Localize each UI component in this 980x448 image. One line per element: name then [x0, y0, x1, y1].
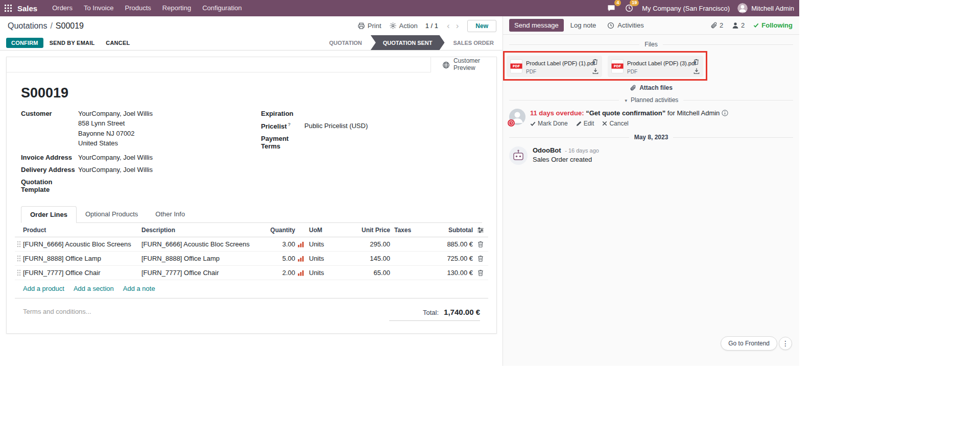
chatter-pane: Send message Log note Activities 2 2 [503, 16, 799, 366]
notebook-tabs: Order Lines Optional Products Other Info [21, 206, 482, 223]
log-note-button[interactable]: Log note [566, 19, 601, 32]
nav-to-invoice[interactable]: To Invoice [78, 0, 119, 16]
tab-optional-products[interactable]: Optional Products [77, 206, 147, 222]
send-by-email-button[interactable]: SEND BY EMAIL [44, 38, 100, 48]
company-switcher[interactable]: My Company (San Francisco) [642, 5, 730, 12]
go-to-frontend-button[interactable]: Go to Frontend [721, 336, 777, 351]
pricelist-field[interactable]: Public Pricelist (USD) [304, 122, 368, 130]
attach-files-button[interactable]: Attach files [503, 84, 799, 91]
col-product[interactable]: Product [23, 227, 141, 234]
order-line-row[interactable]: [FURN_8888] Office Lamp [FURN_8888] Offi… [15, 252, 488, 266]
forecast-chart-icon[interactable] [295, 256, 306, 262]
forecast-chart-icon[interactable] [295, 241, 306, 247]
status-quotation-sent[interactable]: QUOTATION SENT [371, 35, 445, 50]
svg-text:PDF: PDF [614, 64, 622, 68]
total-block: Total: 1,740.00 € [389, 308, 480, 321]
tab-order-lines[interactable]: Order Lines [21, 206, 77, 223]
delivery-address-field[interactable]: YourCompany, Joel Willis [78, 166, 153, 173]
status-sales-order[interactable]: SALES ORDER [445, 35, 503, 50]
mark-done-button[interactable]: Mark Done [530, 120, 568, 127]
paperclip-icon [710, 22, 718, 29]
message-timestamp: - 16 days ago [565, 147, 599, 154]
print-button[interactable]: Print [357, 22, 381, 30]
order-line-uom: Units [306, 255, 347, 262]
add-section-link[interactable]: Add a section [74, 285, 114, 292]
order-line-row[interactable]: [FURN_6666] Acoustic Bloc Screens [FURN_… [15, 237, 488, 252]
order-line-row[interactable]: [FURN_7777] Office Chair [FURN_7777] Off… [15, 266, 488, 280]
add-product-link[interactable]: Add a product [23, 285, 64, 292]
quotation-title[interactable]: S00019 [21, 85, 482, 101]
col-taxes[interactable]: Taxes [390, 227, 419, 234]
delete-attachment-icon[interactable] [592, 59, 599, 65]
col-uom[interactable]: UoM [306, 227, 347, 234]
app-name[interactable]: Sales [17, 4, 37, 13]
nav-products[interactable]: Products [119, 0, 156, 16]
person-icon [732, 22, 739, 29]
pdf-file-icon: PDF [510, 59, 522, 73]
cancel-button[interactable]: CANCEL [101, 38, 135, 48]
confirm-button[interactable]: CONFIRM [6, 38, 43, 48]
column-settings-icon[interactable] [473, 227, 488, 234]
tab-other-info[interactable]: Other Info [147, 206, 194, 222]
message-body: Sales Order created [533, 156, 599, 163]
col-unit-price[interactable]: Unit Price [347, 227, 390, 234]
payment-terms-label: Payment Terms [261, 135, 304, 150]
order-line-quantity: 3.00 [261, 240, 295, 248]
nav-orders[interactable]: Orders [46, 0, 78, 16]
status-quotation[interactable]: QUOTATION [320, 35, 370, 50]
col-quantity[interactable]: Quantity [261, 227, 295, 234]
breadcrumb-quotations[interactable]: Quotations [8, 21, 47, 30]
pager-prev-icon[interactable]: ‹ [446, 21, 451, 30]
delete-line-icon[interactable] [473, 241, 488, 247]
following-button[interactable]: Following [753, 21, 793, 29]
order-line-unit-price: 295.00 [347, 240, 390, 248]
attachment-card[interactable]: PDF Product Label (PDF) (3).pdf PDF [608, 56, 703, 77]
messages-icon[interactable]: 4 [606, 3, 616, 13]
download-icon[interactable] [694, 68, 700, 74]
date-divider: May 8, 2023 [509, 134, 793, 141]
activities-clock-icon[interactable]: 19 [624, 3, 634, 13]
pager-next-icon[interactable]: › [455, 21, 460, 30]
forecast-chart-icon[interactable] [295, 270, 306, 276]
customer-preview-button[interactable]: Customer Preview [431, 57, 496, 72]
frontend-switcher: Go to Frontend ⋮ [721, 336, 792, 351]
customer-field[interactable]: YourCompany, Joel Willis 858 Lynn Street… [78, 110, 153, 149]
nav-reporting[interactable]: Reporting [157, 0, 197, 16]
nav-configuration[interactable]: Configuration [197, 0, 247, 16]
action-button[interactable]: Action [389, 22, 418, 30]
col-subtotal[interactable]: Subtotal [419, 227, 473, 234]
attachment-card[interactable]: PDF Product Label (PDF) (1).pdf PDF [507, 56, 602, 77]
apps-grid-icon[interactable] [0, 0, 16, 16]
info-icon[interactable] [722, 110, 728, 116]
order-lines-table: Product Description Quantity UoM Unit Pr… [15, 223, 488, 298]
drag-handle-icon[interactable] [15, 241, 23, 247]
followers-counter[interactable]: 2 [732, 21, 745, 29]
send-message-button[interactable]: Send message [509, 19, 564, 32]
order-line-uom: Units [306, 269, 347, 277]
delete-attachment-icon[interactable] [694, 59, 700, 65]
pricelist-help-icon: ? [288, 122, 291, 127]
invoice-address-field[interactable]: YourCompany, Joel Willis [78, 154, 153, 161]
delete-line-icon[interactable] [473, 255, 488, 262]
message-author[interactable]: OdooBot [533, 146, 561, 154]
download-icon[interactable] [592, 68, 599, 74]
pdf-file-icon: PDF [611, 59, 624, 73]
planned-activities-header[interactable]: ▼ Planned activities [509, 96, 793, 104]
order-line-description: [FURN_7777] Office Chair [141, 269, 261, 277]
drag-handle-icon[interactable] [15, 255, 23, 262]
user-menu[interactable]: Mitchell Admin [737, 3, 794, 13]
attachments-counter[interactable]: 2 [710, 21, 723, 29]
odoobot-avatar[interactable] [509, 146, 528, 165]
col-description[interactable]: Description [141, 227, 261, 234]
drag-handle-icon[interactable] [15, 269, 23, 276]
gear-icon [389, 22, 397, 30]
edit-activity-button[interactable]: Edit [576, 120, 594, 127]
frontend-menu-button[interactable]: ⋮ [779, 337, 792, 350]
delete-line-icon[interactable] [473, 269, 488, 276]
new-button[interactable]: New [467, 20, 496, 32]
add-note-link[interactable]: Add a note [123, 285, 155, 292]
activities-button[interactable]: Activities [603, 19, 648, 32]
cancel-activity-button[interactable]: Cancel [602, 120, 628, 127]
sheet-top-strip [7, 57, 431, 72]
terms-placeholder[interactable]: Terms and conditions... [23, 308, 91, 315]
